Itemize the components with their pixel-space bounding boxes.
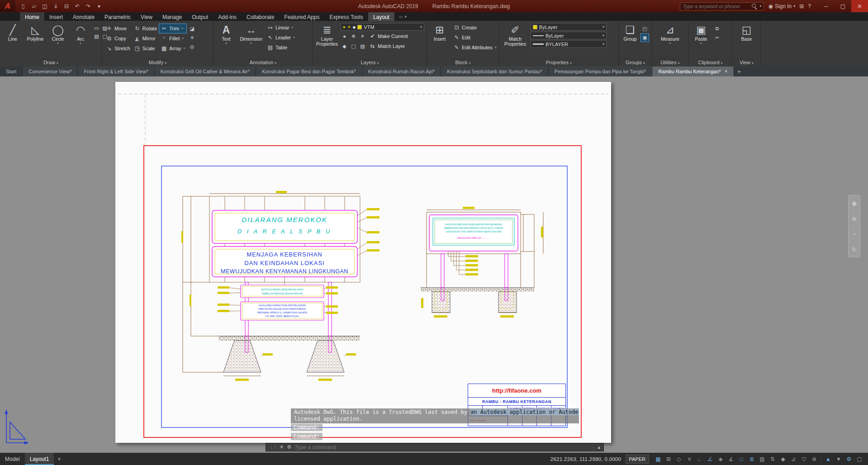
- sign-structure-side-view[interactable]: KAMI AKAN MENJAGA KESELAMATAN DAN KEAMAN…: [421, 207, 543, 318]
- block-panel-label[interactable]: Block▾: [427, 59, 499, 66]
- drawing-canvas[interactable]: DILARANG MEROKOK D I A R E A L S P B U M…: [0, 76, 868, 453]
- copy-clip-icon[interactable]: ⧉: [713, 25, 721, 33]
- move-button[interactable]: ✛Move: [104, 24, 132, 33]
- layer-walk-icon[interactable]: ▨: [359, 43, 366, 50]
- infer-constraints-icon[interactable]: ◇: [674, 455, 684, 464]
- create-block-button[interactable]: ⊡Create: [452, 23, 498, 32]
- ribbon-tab-annotate[interactable]: Annotate: [68, 12, 100, 21]
- layers-panel-label[interactable]: Layers▾: [313, 59, 427, 66]
- layer-isolate-icon[interactable]: ☀: [359, 33, 366, 40]
- insert-block-button[interactable]: ⊞ Insert: [429, 22, 450, 59]
- trim-caret-icon[interactable]: ▾: [181, 27, 183, 30]
- linetype-dropdown[interactable]: ByLayer ▾: [531, 32, 607, 39]
- edit-attributes-button[interactable]: ✎Edit Attributes▾: [452, 43, 498, 52]
- customization-gear-icon[interactable]: ⚙: [844, 455, 854, 464]
- layer-sun-icon[interactable]: ☀: [347, 25, 351, 29]
- linetype-caret-icon[interactable]: ▾: [602, 33, 604, 38]
- file-tab-konstruksi-septicktank[interactable]: Konstruksi Septicktank dan Sumur Pantau*: [441, 66, 548, 76]
- layer-off-icon[interactable]: ●: [341, 33, 348, 40]
- ribbon-tab-parametric[interactable]: Parametric: [100, 12, 136, 21]
- table-button[interactable]: ▤Table: [266, 43, 296, 52]
- sign-small-matikan-mesin[interactable]: MATIKAN MESIN KENDARAAN ANDA SEBELUM MEN…: [241, 285, 324, 298]
- layer-dropdown-caret-icon[interactable]: ▾: [420, 25, 422, 29]
- trim-button[interactable]: ✂Trim▾: [159, 24, 186, 33]
- rectangle-icon[interactable]: ▭: [93, 24, 100, 32]
- new-layout-button[interactable]: +: [54, 453, 64, 465]
- ribbon-tab-home[interactable]: Home: [20, 12, 44, 21]
- properties-panel-label[interactable]: Properties▾: [499, 59, 618, 66]
- modify-panel-label[interactable]: Modify▾: [102, 59, 213, 66]
- group-edit-icon[interactable]: ▣: [641, 34, 649, 42]
- offset-icon[interactable]: ◎: [188, 43, 196, 51]
- match-properties-button[interactable]: ✐ Match Properties: [502, 22, 529, 59]
- ribbon-tab-output[interactable]: Output: [187, 12, 213, 21]
- stretch-button[interactable]: ↘Stretch: [104, 44, 132, 53]
- layer-lock-tool-icon[interactable]: ◆: [341, 43, 348, 50]
- linear-caret-icon[interactable]: ▾: [292, 26, 294, 29]
- layer-color-swatch[interactable]: [357, 25, 362, 29]
- file-tab-convenience-view[interactable]: Convenience View*: [23, 66, 78, 76]
- paste-caret-icon[interactable]: ▾: [700, 42, 702, 45]
- circle-caret-icon[interactable]: ▾: [57, 42, 59, 45]
- orbit-icon[interactable]: ↻: [852, 246, 857, 253]
- ortho-icon[interactable]: ∟: [695, 455, 705, 464]
- annotation-autoscale-icon[interactable]: ▼: [834, 455, 844, 464]
- search-icon[interactable]: [752, 4, 757, 9]
- ribbon-minimize-icon[interactable]: ▭: [399, 14, 403, 19]
- rotate-button[interactable]: ↻Rotate: [133, 24, 158, 33]
- isodraft-icon[interactable]: ◈: [716, 455, 726, 464]
- scale-button[interactable]: ◳Scale: [133, 44, 158, 53]
- text-caret-icon[interactable]: ▾: [225, 42, 227, 45]
- layer-freeze-icon[interactable]: ❄: [350, 33, 357, 40]
- selection-cycling-icon[interactable]: ⇅: [768, 455, 778, 464]
- ribbon-tab-collaborate[interactable]: Collaborate: [242, 12, 279, 21]
- layout1-tab[interactable]: Layout1: [25, 453, 54, 465]
- search-input[interactable]: [683, 4, 749, 9]
- save-icon[interactable]: ◫: [40, 2, 50, 11]
- new-drawing-tab-button[interactable]: +: [734, 66, 744, 76]
- layer-bulb-icon[interactable]: ●: [343, 25, 345, 29]
- autocad-logo[interactable]: A: [0, 0, 15, 12]
- qat-dropdown-icon[interactable]: ▾: [94, 2, 104, 11]
- plot-icon[interactable]: ⊟: [62, 2, 71, 11]
- selection-filter-icon[interactable]: ▽: [799, 455, 809, 464]
- file-tab-pemasangan-pompa[interactable]: Pemasangan Pompa dan Pipa ke Tangki*: [549, 66, 653, 76]
- help-search-box[interactable]: ▾: [680, 2, 764, 10]
- layout-paper-sheet[interactable]: DILARANG MEROKOK D I A R E A L S P B U M…: [115, 82, 611, 443]
- ribbon-tab-express-tools[interactable]: Express Tools: [324, 12, 368, 21]
- fillet-button[interactable]: ◜Fillet▾: [159, 34, 186, 43]
- snap-icon[interactable]: ⊞: [664, 455, 674, 464]
- command-line[interactable]: ⋮⋮ ✕ ⚙ ▴: [266, 443, 604, 451]
- dimension-button[interactable]: ↔ Dimension ▾: [238, 22, 264, 59]
- foundation-left[interactable]: [223, 336, 261, 376]
- array-caret-icon[interactable]: ▾: [184, 47, 185, 50]
- open-file-icon[interactable]: ▱: [29, 2, 39, 11]
- object-snap-tracking-icon[interactable]: ∡: [726, 455, 736, 464]
- ribbon-tab-featured-apps[interactable]: Featured Apps: [279, 12, 324, 21]
- steering-wheel-icon[interactable]: ◉: [852, 200, 857, 207]
- object-snap-icon[interactable]: □: [736, 455, 746, 464]
- pan-icon[interactable]: ⊕: [852, 215, 857, 222]
- command-grip-icon[interactable]: ⋮⋮: [269, 445, 276, 450]
- explode-icon[interactable]: ✳: [188, 34, 196, 42]
- model-tab[interactable]: Model: [0, 453, 25, 465]
- groups-panel-label[interactable]: Groups▾: [619, 59, 652, 66]
- group-button[interactable]: ❏ Group: [621, 22, 639, 59]
- command-close-icon[interactable]: ✕: [280, 444, 284, 450]
- redo-icon[interactable]: ↷: [83, 2, 93, 11]
- gizmo-icon[interactable]: ⊕: [809, 455, 819, 464]
- clean-screen-icon[interactable]: ▢: [854, 455, 864, 464]
- minimize-button[interactable]: ─: [818, 0, 835, 12]
- leader-button[interactable]: ↖Leader▾: [266, 33, 296, 42]
- file-tab-rambu-rambu-keterangan[interactable]: Rambu Rambu Keterangan*✕: [652, 66, 734, 76]
- command-recent-icon[interactable]: ▴: [598, 444, 600, 450]
- dynamic-input-icon[interactable]: ≡: [684, 455, 694, 464]
- array-button[interactable]: ▦Array▾: [159, 44, 186, 53]
- mirror-button[interactable]: ◭Mirror: [133, 34, 158, 43]
- new-file-icon[interactable]: ▯: [18, 2, 28, 11]
- sign-small-keluhan[interactable]: KALAU ANDA KURANG PUAS ATAS PELAYANAN SP…: [241, 302, 324, 320]
- zoom-icon[interactable]: ◔: [853, 231, 856, 237]
- close-button[interactable]: ✕: [851, 0, 868, 12]
- base-button[interactable]: ◱ Base: [737, 22, 756, 59]
- circle-button[interactable]: ◯ Circle ▾: [47, 22, 68, 59]
